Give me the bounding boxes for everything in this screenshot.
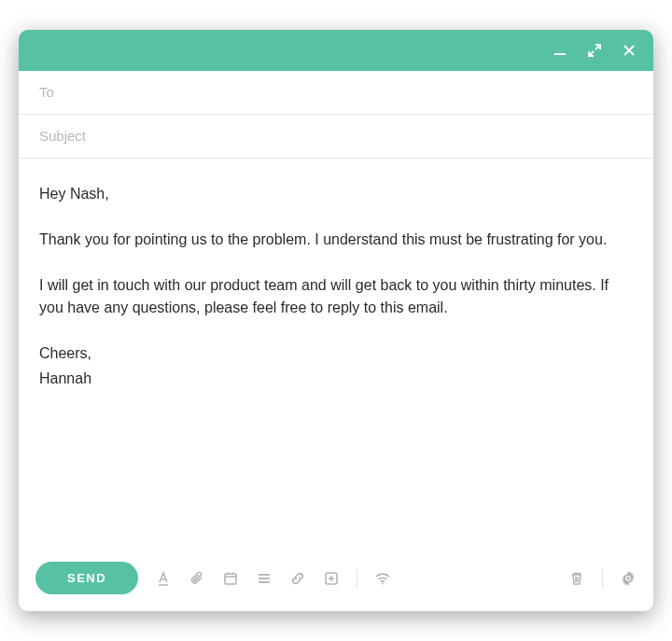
to-row [19,71,653,115]
message-body[interactable]: Hey Nash, Thank you for pointing us to t… [19,159,653,550]
format-icons-group [155,570,340,587]
wifi-icon[interactable] [374,570,391,587]
toolbar-divider [357,569,357,588]
text-format-icon[interactable] [155,570,172,587]
greeting-text: Hey Nash, [39,183,633,206]
signature-text: Hannah [39,368,633,391]
compose-toolbar: SEND [19,550,653,611]
toolbar-divider [602,569,603,588]
expand-icon[interactable] [588,44,601,57]
send-button[interactable]: SEND [35,562,138,594]
list-icon[interactable] [256,570,273,587]
close-icon[interactable] [622,43,637,58]
closing-text: Cheers, [39,342,633,366]
to-input[interactable] [39,84,633,100]
link-icon[interactable] [289,570,306,587]
subject-input[interactable] [39,128,633,144]
subject-row [19,115,653,159]
minimize-icon[interactable] [553,43,567,58]
body-paragraph: Thank you for pointing us to the problem… [39,229,633,252]
gear-icon[interactable] [620,570,637,587]
body-paragraph: I will get in touch with our product tea… [39,274,633,321]
svg-point-16 [382,582,384,584]
trash-icon[interactable] [568,570,585,587]
svg-rect-6 [225,574,236,584]
attachment-icon[interactable] [189,570,205,587]
titlebar [19,30,653,71]
calendar-icon[interactable] [222,570,239,587]
add-icon[interactable] [323,570,340,587]
compose-window: Hey Nash, Thank you for pointing us to t… [19,30,653,611]
